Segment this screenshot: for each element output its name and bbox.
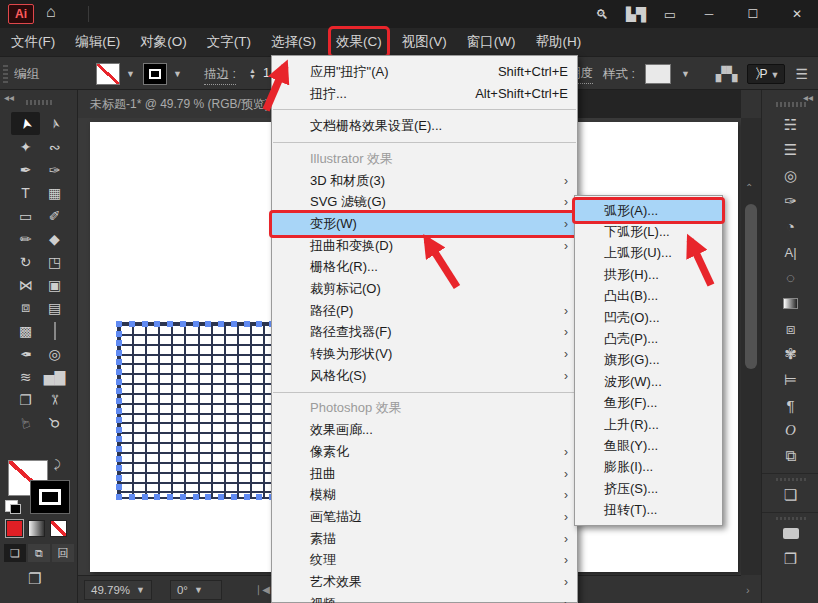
magic-wand-tool[interactable]: ✦	[11, 135, 40, 158]
vertical-scrollbar[interactable]: ⌃ ›	[741, 118, 761, 575]
menu-item[interactable]: 艺术效果›	[272, 571, 577, 593]
mesh-tool[interactable]: ▩	[11, 319, 40, 342]
selection-anchor[interactable]	[116, 379, 122, 385]
none-button[interactable]	[50, 520, 67, 537]
selection-anchor[interactable]	[116, 388, 122, 394]
menu-item[interactable]: 文档栅格效果设置(E)...	[272, 115, 577, 137]
selection-anchor[interactable]	[142, 494, 148, 500]
selection-anchor[interactable]	[116, 484, 122, 490]
gradient-tool[interactable]	[40, 319, 69, 342]
blend-tool[interactable]: ◎	[40, 342, 69, 365]
width-tool[interactable]: ⋈	[11, 273, 40, 296]
rectangular-grid-tool[interactable]: ▦	[40, 181, 69, 204]
libraries-panel-icon[interactable]: ❒	[762, 546, 818, 572]
selection-anchor[interactable]	[116, 350, 122, 356]
menubar-item[interactable]: 文件(F)	[6, 29, 60, 55]
first-artboard-icon[interactable]: ❘◀	[254, 584, 270, 595]
paragraph-panel-icon[interactable]: ¶	[762, 393, 818, 419]
scrollbar-thumb[interactable]	[745, 204, 757, 369]
rotation-dropdown[interactable]: 0°▼	[170, 580, 222, 600]
opentype-panel-icon[interactable]: O	[762, 418, 818, 444]
color-guide-panel-icon[interactable]: ◔	[762, 214, 818, 240]
submenu-item[interactable]: 凹壳(O)...	[575, 307, 722, 328]
menubar-item[interactable]: 效果(C)	[331, 29, 387, 55]
stroke-panel-icon[interactable]: ☰	[762, 138, 818, 164]
selection-anchor[interactable]	[116, 465, 122, 471]
menu-item[interactable]: 画笔描边›	[272, 506, 577, 528]
menu-item[interactable]: 应用"扭拧"(A)Shift+Ctrl+E	[272, 61, 577, 83]
stroke-swatch[interactable]	[30, 480, 70, 514]
selection-anchor[interactable]	[116, 369, 122, 375]
alignment-button[interactable]: 🮥P ▼	[747, 64, 785, 84]
selection-anchor[interactable]	[116, 475, 122, 481]
menubar-item[interactable]: 编辑(E)	[70, 29, 125, 55]
artboard-tool[interactable]: ❐	[11, 388, 40, 411]
transform-panel-icon[interactable]: ⧈	[762, 316, 818, 342]
selection-anchor[interactable]	[218, 321, 224, 327]
direct-selection-tool[interactable]: ➢	[40, 112, 69, 135]
selection-anchor[interactable]	[116, 436, 122, 442]
hand-tool[interactable]: ☞	[11, 411, 40, 434]
panel-menu-icon[interactable]: ☰	[795, 66, 808, 82]
selection-anchor[interactable]	[142, 321, 148, 327]
selection-anchor[interactable]	[116, 408, 122, 414]
selection-anchor[interactable]	[116, 427, 122, 433]
menu-item[interactable]: 纹理›	[272, 549, 577, 571]
submenu-item[interactable]: 鱼形(F)...	[575, 393, 722, 414]
menu-item[interactable]: 裁剪标记(O)	[272, 278, 577, 300]
draw-inside-button[interactable]: 回	[52, 544, 74, 562]
menu-item[interactable]: 路径查找器(F)›	[272, 322, 577, 344]
arrange-documents-icon[interactable]: ▙▜	[626, 7, 646, 22]
application-frame-icon[interactable]: ▭	[660, 7, 680, 22]
menubar-item[interactable]: 帮助(H)	[530, 29, 586, 55]
scale-tool[interactable]: ◳	[40, 250, 69, 273]
selection-anchor[interactable]	[205, 494, 211, 500]
column-graph-tool[interactable]: ▅▇	[40, 365, 69, 388]
maximize-button[interactable]: ☐	[738, 7, 768, 21]
select-menu-panel-icon[interactable]: ◌	[762, 265, 818, 291]
stroke-weight-stepper[interactable]: ▲▼	[247, 63, 258, 85]
menu-item[interactable]: 扭曲›	[272, 463, 577, 485]
selection-anchor[interactable]	[116, 331, 122, 337]
shape-builder-tool[interactable]: ⧈	[11, 296, 40, 319]
fill-chevron-icon[interactable]: ▼	[126, 69, 135, 79]
submenu-item[interactable]: 波形(W)...	[575, 371, 722, 392]
selection-anchor[interactable]	[180, 494, 186, 500]
stroke-chevron-icon[interactable]: ▼	[173, 69, 182, 79]
style-swatch[interactable]	[645, 64, 671, 84]
selection-anchor[interactable]	[116, 398, 122, 404]
stroke-weight-value[interactable]: 1	[263, 66, 270, 80]
home-icon[interactable]: ⌂	[46, 3, 56, 21]
menu-item[interactable]: 风格化(S)›	[272, 365, 577, 387]
selection-anchor[interactable]	[154, 321, 160, 327]
selection-anchor[interactable]	[256, 321, 262, 327]
properties-panel-icon[interactable]: ☵	[762, 112, 818, 138]
perspective-grid-tool[interactable]: ▤	[40, 296, 69, 319]
menubar-item[interactable]: 对象(O)	[135, 29, 192, 55]
submenu-item[interactable]: 上升(R)...	[575, 414, 722, 435]
menu-item[interactable]: 像素化›	[272, 441, 577, 463]
stroke-color-swatch[interactable]	[143, 63, 167, 85]
submenu-item[interactable]: 上弧形(U)...	[575, 243, 722, 264]
zoom-tool[interactable]: ⚲	[40, 411, 69, 434]
gradient-button[interactable]	[28, 520, 45, 537]
stroke-weight-label[interactable]: 描边 :	[204, 66, 236, 85]
curvature-tool[interactable]: ✑	[40, 158, 69, 181]
submenu-item[interactable]: 扭转(T)...	[575, 499, 722, 520]
collapse-tools-icon[interactable]: ◂◂	[4, 92, 14, 103]
search-icon[interactable]: 🔍︎	[592, 7, 612, 22]
type-tool[interactable]: T	[11, 181, 40, 204]
selection-anchor[interactable]	[116, 417, 122, 423]
rotate-tool[interactable]: ↻	[11, 250, 40, 273]
menu-item[interactable]: 栅格化(R)...	[272, 257, 577, 279]
color-panel-icon[interactable]: ✾	[762, 342, 818, 368]
menu-item[interactable]: 扭曲和变换(D)›	[272, 235, 577, 257]
menu-item[interactable]: SVG 滤镜(G)›	[272, 191, 577, 213]
selection-anchor[interactable]	[244, 321, 250, 327]
submenu-item[interactable]: 膨胀(I)...	[575, 457, 722, 478]
selection-anchor[interactable]	[116, 340, 122, 346]
menubar-item[interactable]: 视图(V)	[397, 29, 452, 55]
menubar-item[interactable]: 窗口(W)	[462, 29, 521, 55]
brushes-panel-icon[interactable]: ✑	[762, 189, 818, 215]
symbol-sprayer-tool[interactable]: ≋	[11, 365, 40, 388]
